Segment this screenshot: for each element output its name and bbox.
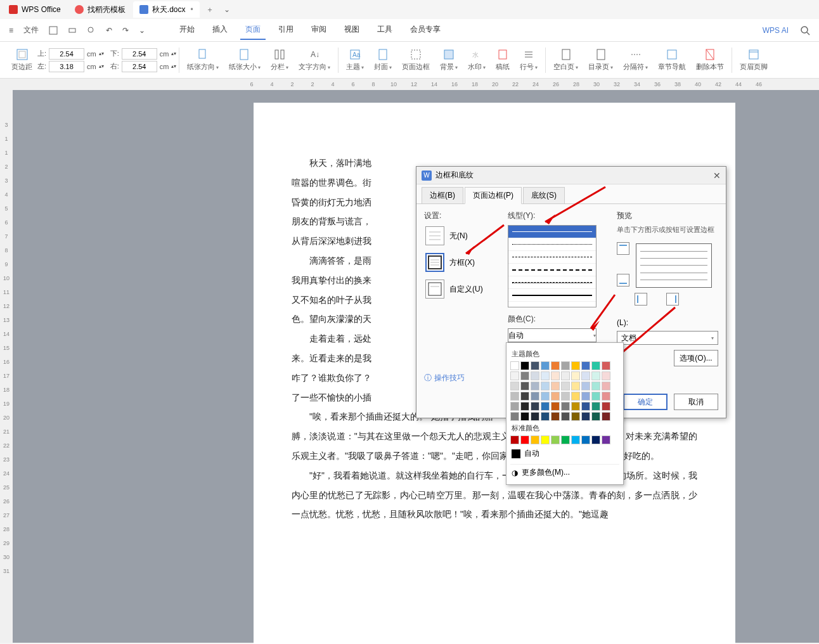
color-swatch[interactable]: [541, 392, 550, 401]
vertical-ruler[interactable]: 3112345678910111213141516171819202122232…: [0, 90, 13, 643]
tab-reference[interactable]: 引用: [273, 20, 299, 40]
more-colors-option[interactable]: ◑ 更多颜色(M)...: [510, 464, 619, 480]
color-swatch[interactable]: [541, 402, 550, 411]
color-swatch[interactable]: [602, 392, 610, 401]
color-swatch[interactable]: [541, 361, 550, 370]
break-button[interactable]: 分隔符▾: [618, 47, 653, 73]
blankpage-button[interactable]: 空白页▾: [548, 47, 583, 73]
tab-page-border[interactable]: 页面边框(P): [465, 187, 522, 204]
setting-custom[interactable]: 自定义(U): [424, 278, 500, 300]
undo-icon[interactable]: ↶: [102, 23, 116, 37]
color-swatch[interactable]: [510, 361, 519, 370]
color-swatch[interactable]: [520, 402, 529, 411]
color-swatch[interactable]: [591, 402, 600, 411]
linetype-list[interactable]: [508, 225, 597, 307]
redo-icon[interactable]: ↷: [119, 23, 132, 37]
background-button[interactable]: 背景▾: [435, 47, 463, 73]
color-swatch[interactable]: [581, 371, 590, 380]
page-border-button[interactable]: 页面边框: [397, 47, 435, 73]
color-swatch[interactable]: [591, 382, 600, 390]
color-swatch[interactable]: [581, 435, 590, 444]
color-swatch[interactable]: [602, 412, 610, 421]
tocpage-button[interactable]: 目录页▾: [583, 47, 618, 73]
color-swatch[interactable]: [591, 371, 600, 380]
tab-templates[interactable]: 找稻壳模板: [68, 1, 132, 18]
color-swatch[interactable]: [551, 361, 560, 370]
print-icon[interactable]: [64, 23, 81, 37]
spinner-icon[interactable]: ▴▾: [99, 63, 104, 69]
cancel-button[interactable]: 取消: [674, 394, 718, 410]
color-swatch[interactable]: [591, 435, 600, 444]
color-swatch[interactable]: [561, 435, 570, 444]
new-tab-button[interactable]: ＋: [201, 4, 219, 15]
color-swatch[interactable]: [602, 371, 610, 380]
color-swatch[interactable]: [551, 435, 560, 444]
color-swatch[interactable]: [591, 361, 600, 370]
color-swatch[interactable]: [541, 382, 550, 390]
color-swatch[interactable]: [571, 371, 580, 380]
margin-top-input[interactable]: [49, 48, 84, 60]
color-swatch[interactable]: [602, 435, 610, 444]
color-swatch[interactable]: [520, 435, 529, 444]
text-direction-button[interactable]: A↓文字方向▾: [293, 47, 335, 73]
color-swatch[interactable]: [510, 382, 519, 390]
color-swatch[interactable]: [581, 361, 590, 370]
margin-left-input[interactable]: [49, 61, 84, 72]
horizontal-ruler[interactable]: 6422468101214161820222426283032343638404…: [0, 79, 819, 90]
tab-start[interactable]: 开始: [174, 20, 200, 40]
margin-right-input[interactable]: [122, 61, 157, 72]
color-swatch[interactable]: [520, 382, 529, 390]
color-swatch[interactable]: [551, 402, 560, 411]
tab-wps-home[interactable]: WPS Office: [3, 1, 67, 18]
preview-right-button[interactable]: [666, 293, 679, 306]
file-menu[interactable]: 文件: [20, 22, 42, 38]
tab-list-dropdown[interactable]: ⌄: [219, 5, 235, 14]
watermark-button[interactable]: 水水印▾: [463, 47, 491, 73]
preview-top-button[interactable]: [617, 242, 629, 255]
tab-page[interactable]: 页面: [240, 20, 266, 40]
tab-tools[interactable]: 工具: [372, 20, 397, 40]
color-swatch[interactable]: [531, 392, 539, 401]
tab-review[interactable]: 审阅: [306, 20, 332, 40]
theme-button[interactable]: Aa主题▾: [341, 47, 369, 73]
color-swatch[interactable]: [520, 412, 529, 421]
preview-left-button[interactable]: [635, 293, 647, 306]
color-swatch[interactable]: [602, 361, 610, 370]
color-swatch[interactable]: [551, 392, 560, 401]
spinner-icon[interactable]: ▴▾: [171, 63, 176, 69]
color-swatch[interactable]: [531, 371, 539, 380]
color-swatch[interactable]: [561, 412, 570, 421]
color-swatch[interactable]: [561, 392, 570, 401]
color-swatch[interactable]: [531, 361, 539, 370]
color-swatch[interactable]: [571, 392, 580, 401]
color-swatch[interactable]: [510, 435, 519, 444]
color-swatch[interactable]: [571, 435, 580, 444]
color-swatch[interactable]: [510, 412, 519, 421]
tab-view[interactable]: 视图: [339, 20, 364, 40]
search-icon[interactable]: [796, 23, 814, 38]
color-dropdown[interactable]: 自动 ▾: [508, 328, 597, 342]
preview-bottom-button[interactable]: [617, 274, 629, 287]
color-swatch[interactable]: [520, 392, 529, 401]
color-swatch[interactable]: [510, 392, 519, 401]
tab-border[interactable]: 边框(B): [422, 187, 463, 203]
margin-bottom-input[interactable]: [122, 48, 157, 60]
color-swatch[interactable]: [531, 435, 539, 444]
color-swatch[interactable]: [510, 402, 519, 411]
qat-dropdown[interactable]: ⌄: [135, 23, 149, 37]
color-swatch[interactable]: [571, 402, 580, 411]
papersize-button[interactable]: 纸张大小▾: [224, 47, 266, 73]
color-swatch[interactable]: [602, 402, 610, 411]
cover-button[interactable]: 封面▾: [369, 47, 397, 73]
setting-none[interactable]: 无(N): [424, 225, 500, 247]
color-swatch[interactable]: [561, 371, 570, 380]
color-swatch[interactable]: [561, 382, 570, 390]
margins-button[interactable]: 页边距: [6, 47, 37, 73]
close-icon[interactable]: •: [190, 5, 193, 14]
color-swatch[interactable]: [510, 371, 519, 380]
color-swatch[interactable]: [541, 371, 550, 380]
header-footer-button[interactable]: 页眉页脚: [735, 47, 773, 73]
tab-document[interactable]: 秋天.docx •: [133, 1, 200, 18]
linenumber-button[interactable]: 行号▾: [515, 47, 543, 73]
spinner-icon[interactable]: ▴▾: [99, 51, 104, 56]
